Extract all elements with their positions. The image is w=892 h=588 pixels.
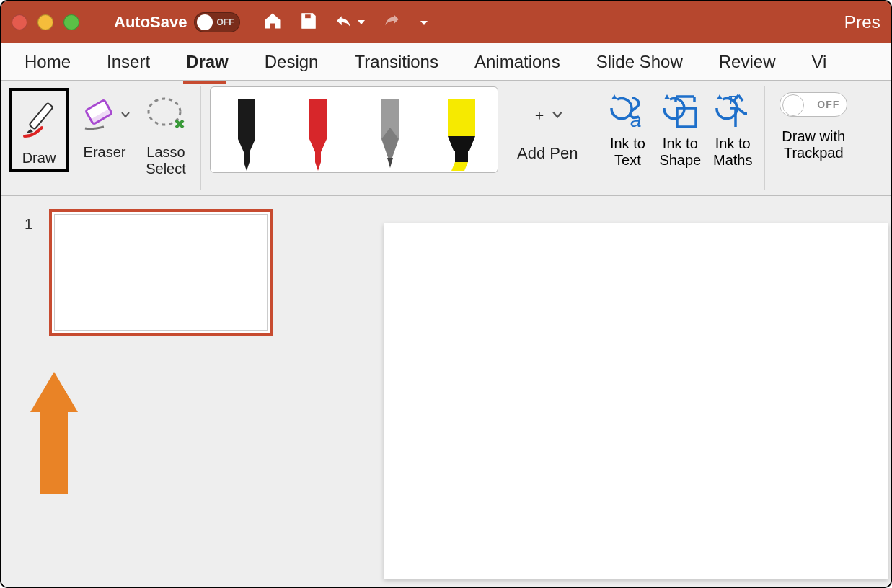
- group-divider: [200, 86, 201, 190]
- slide-canvas-area[interactable]: [304, 196, 891, 588]
- document-title: Pres: [844, 12, 880, 32]
- pen-red[interactable]: [296, 97, 340, 172]
- slide-thumbnail-1[interactable]: [49, 209, 273, 336]
- tab-draw[interactable]: Draw: [170, 48, 249, 76]
- svg-rect-7: [448, 99, 475, 136]
- ink-to-shape-label: Ink to Shape: [659, 135, 701, 169]
- pen-highlighter-yellow[interactable]: [440, 97, 483, 172]
- tab-slideshow[interactable]: Slide Show: [580, 48, 703, 76]
- group-divider: [591, 86, 591, 190]
- trackpad-toggle[interactable]: OFF: [780, 92, 847, 117]
- pencil-icon: [16, 94, 62, 147]
- autosave-control: AutoSave OFF: [114, 12, 240, 32]
- trackpad-toggle-state: OFF: [817, 99, 839, 110]
- ink-to-text-icon: a: [607, 91, 648, 133]
- chevron-down-icon[interactable]: [552, 110, 562, 119]
- lasso-icon: [144, 88, 187, 141]
- tab-transitions[interactable]: Transitions: [338, 48, 458, 76]
- ribbon-draw: Draw Eraser: [1, 81, 891, 196]
- ink-to-text-button[interactable]: a Ink to Text: [601, 91, 653, 169]
- ink-convert-group: a Ink to Text Ink to Shape π: [594, 81, 761, 195]
- tab-view[interactable]: Vi: [795, 48, 847, 76]
- lasso-select-button[interactable]: Lasso Select: [137, 88, 195, 177]
- tab-insert[interactable]: Insert: [91, 48, 170, 76]
- pen-gallery[interactable]: [210, 86, 498, 173]
- trackpad-label: Draw with Trackpad: [782, 128, 845, 161]
- redo-icon[interactable]: [381, 12, 402, 33]
- ink-to-shape-icon: [660, 91, 700, 133]
- lasso-label: Lasso Select: [146, 144, 186, 177]
- window-controls: [12, 14, 79, 30]
- annotation-arrow: [23, 372, 85, 494]
- plus-icon: ＋: [532, 105, 547, 125]
- ink-to-maths-icon: π: [712, 91, 753, 133]
- qat-customize-icon[interactable]: [418, 14, 430, 30]
- svg-rect-0: [29, 102, 53, 129]
- minimize-window-button[interactable]: [37, 14, 53, 30]
- svg-rect-8: [455, 151, 468, 162]
- slide-number: 1: [25, 216, 32, 233]
- autosave-label: AutoSave: [114, 13, 187, 32]
- pen-black[interactable]: [225, 97, 268, 172]
- autosave-toggle[interactable]: OFF: [194, 12, 240, 32]
- svg-marker-1: [26, 129, 33, 133]
- undo-icon[interactable]: [334, 13, 366, 32]
- eraser-icon: [79, 88, 130, 141]
- tools-group: Draw Eraser: [1, 81, 198, 195]
- tab-design[interactable]: Design: [249, 48, 339, 76]
- save-icon[interactable]: [299, 11, 318, 34]
- pen-grey-pencil[interactable]: [368, 97, 412, 172]
- svg-text:π: π: [728, 91, 738, 107]
- eraser-button[interactable]: Eraser: [72, 88, 137, 161]
- svg-rect-12: [40, 412, 68, 494]
- ribbon-tabs: Home Insert Draw Design Transitions Anim…: [1, 43, 891, 81]
- window-titlebar: AutoSave OFF Pres: [1, 1, 891, 43]
- ink-to-maths-button[interactable]: π Ink to Maths: [707, 91, 759, 169]
- tab-home[interactable]: Home: [9, 48, 91, 76]
- editor-area: 1: [1, 196, 891, 588]
- draw-tool-button[interactable]: Draw: [9, 88, 69, 172]
- zoom-window-button[interactable]: [63, 14, 79, 30]
- add-pen-label: Add Pen: [517, 144, 578, 162]
- add-pen-button[interactable]: ＋ Add Pen: [504, 81, 588, 195]
- close-window-button[interactable]: [12, 14, 27, 30]
- autosave-state: OFF: [216, 17, 234, 27]
- group-divider: [764, 86, 765, 190]
- current-slide[interactable]: [384, 223, 888, 579]
- eraser-label: Eraser: [84, 144, 126, 161]
- quick-access-toolbar: [262, 11, 430, 34]
- home-icon[interactable]: [262, 11, 283, 34]
- draw-tool-label: Draw: [22, 150, 56, 166]
- slide-thumbnails-pane[interactable]: 1: [1, 196, 304, 588]
- ink-to-maths-label: Ink to Maths: [713, 135, 752, 169]
- ink-to-shape-button[interactable]: Ink to Shape: [653, 91, 707, 169]
- tab-review[interactable]: Review: [703, 48, 796, 76]
- tab-animations[interactable]: Animations: [459, 48, 580, 76]
- draw-with-trackpad-group: OFF Draw with Trackpad: [768, 81, 859, 195]
- ink-to-text-label: Ink to Text: [610, 135, 645, 169]
- chevron-down-icon[interactable]: [121, 111, 130, 118]
